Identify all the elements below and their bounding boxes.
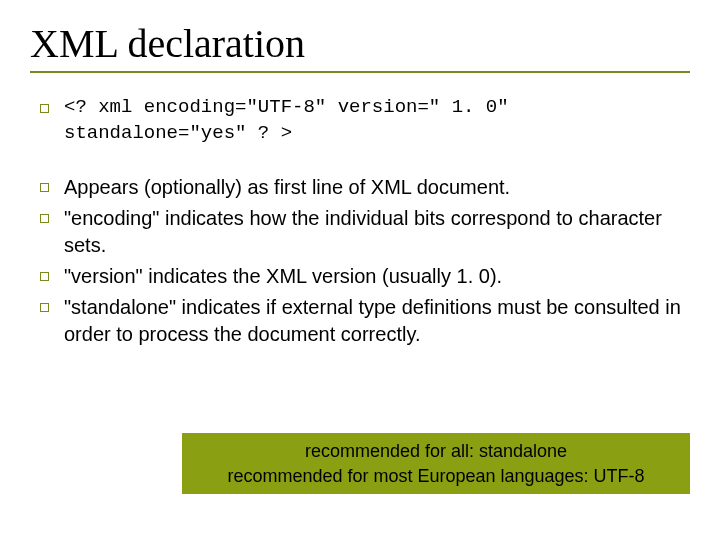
bullet-text: Appears (optionally) as first line of XM… (64, 176, 510, 198)
bullet-list-2: Appears (optionally) as first line of XM… (36, 174, 690, 348)
callout-line-1: recommended for all: standalone (196, 439, 676, 463)
spacer (30, 150, 690, 174)
title-rule (30, 71, 690, 73)
bullet-marker-icon (40, 303, 49, 312)
bullet-marker-icon (40, 104, 49, 113)
bullet-item: "standalone" indicates if external type … (36, 294, 690, 348)
bullet-item: "encoding" indicates how the individual … (36, 205, 690, 259)
callout-line-2: recommended for most European languages:… (196, 464, 676, 488)
bullet-marker-icon (40, 272, 49, 281)
slide-title: XML declaration (30, 20, 690, 67)
bullet-item: Appears (optionally) as first line of XM… (36, 174, 690, 201)
bullet-code-text: <? xml encoding="UTF-8" version=" 1. 0" … (64, 96, 509, 144)
bullet-item: "version" indicates the XML version (usu… (36, 263, 690, 290)
slide: XML declaration <? xml encoding="UTF-8" … (0, 0, 720, 540)
bullet-marker-icon (40, 183, 49, 192)
bullet-text: "standalone" indicates if external type … (64, 296, 681, 345)
bullet-marker-icon (40, 214, 49, 223)
bullet-text: "encoding" indicates how the individual … (64, 207, 662, 256)
bullet-code: <? xml encoding="UTF-8" version=" 1. 0" … (36, 95, 690, 146)
callout-box: recommended for all: standalone recommen… (182, 433, 690, 494)
bullet-list: <? xml encoding="UTF-8" version=" 1. 0" … (36, 95, 690, 146)
bullet-text: "version" indicates the XML version (usu… (64, 265, 502, 287)
